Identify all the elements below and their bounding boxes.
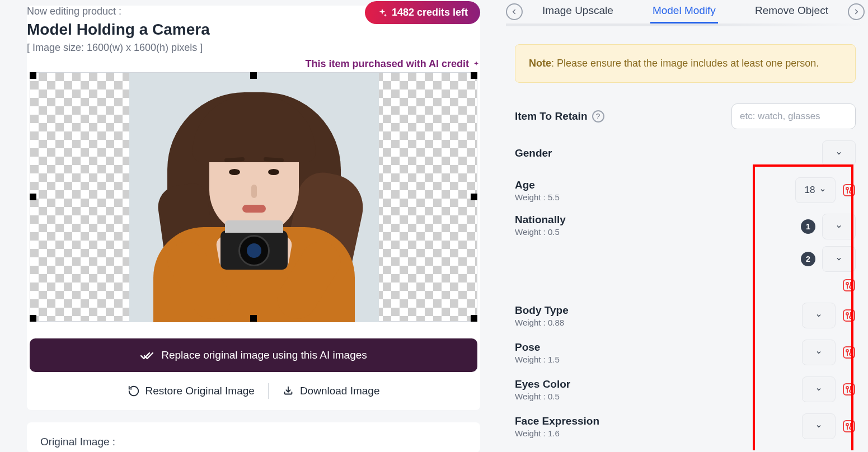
sparkle-icon xyxy=(472,60,480,68)
retain-label: Item To Retain xyxy=(515,110,588,123)
tabs-prev-button[interactable] xyxy=(506,3,523,20)
sliders-icon[interactable] xyxy=(842,420,856,433)
chevron-down-icon xyxy=(836,223,842,230)
svg-point-14 xyxy=(850,316,852,318)
svg-point-29 xyxy=(850,427,852,429)
tabs-next-button[interactable] xyxy=(848,3,865,20)
chevron-down-icon xyxy=(836,256,842,262)
svg-rect-5 xyxy=(843,280,855,291)
arrow-right-icon xyxy=(852,8,860,16)
download-button[interactable]: Download Image xyxy=(282,385,380,397)
tab-remove-object[interactable]: Remove Object xyxy=(753,0,831,23)
now-editing-label: Now editing product : xyxy=(27,6,210,17)
svg-point-17 xyxy=(846,350,848,352)
eyes-weight: Weight : 0.5 xyxy=(515,392,570,401)
gender-label: Gender xyxy=(515,147,552,159)
eyes-label: Eyes Color xyxy=(515,378,570,390)
sliders-icon[interactable] xyxy=(842,383,856,396)
credits-pill[interactable]: 1482 credits left xyxy=(365,1,480,24)
svg-point-9 xyxy=(850,286,852,288)
sliders-icon[interactable] xyxy=(842,346,856,359)
svg-point-12 xyxy=(846,313,848,315)
age-label: Age xyxy=(515,179,560,191)
replace-button[interactable]: Replace original image using this AI ima… xyxy=(30,338,477,372)
body-weight: Weight : 0.88 xyxy=(515,318,569,327)
svg-rect-20 xyxy=(843,384,855,395)
nationality-weight: Weight : 0.5 xyxy=(515,227,566,237)
retain-input[interactable] xyxy=(731,103,856,129)
credits-label: 1482 credits left xyxy=(392,7,468,18)
arrow-left-icon xyxy=(510,8,518,16)
svg-point-2 xyxy=(846,187,848,190)
crop-handle[interactable] xyxy=(471,194,477,200)
eyes-select[interactable] xyxy=(802,376,836,402)
svg-point-7 xyxy=(846,282,848,285)
nationality-select-1[interactable] xyxy=(822,214,856,239)
svg-rect-0 xyxy=(843,185,855,196)
original-image-section: Original Image : xyxy=(27,422,480,452)
svg-point-24 xyxy=(850,390,852,392)
sliders-icon[interactable] xyxy=(842,309,856,322)
crop-handle[interactable] xyxy=(30,315,36,322)
image-canvas[interactable] xyxy=(30,72,477,322)
age-weight: Weight : 5.5 xyxy=(515,192,560,202)
svg-rect-10 xyxy=(843,310,855,321)
chevron-down-icon xyxy=(815,312,822,319)
sliders-icon[interactable] xyxy=(842,183,856,197)
crop-handle[interactable] xyxy=(250,315,257,322)
restore-icon xyxy=(128,385,140,397)
tab-model-modify[interactable]: Model Modify xyxy=(650,0,718,23)
nationality-badge-2: 2 xyxy=(801,252,815,266)
help-icon[interactable]: ? xyxy=(592,110,604,123)
face-weight: Weight : 1.6 xyxy=(515,429,599,438)
chevron-down-icon xyxy=(819,187,826,194)
gender-select[interactable] xyxy=(822,140,856,166)
crop-handle[interactable] xyxy=(30,72,36,79)
restore-button[interactable]: Restore Original Image xyxy=(128,385,255,397)
svg-point-27 xyxy=(846,423,848,426)
purchased-note: This item purchased with AI credit xyxy=(27,58,480,70)
chevron-down-icon xyxy=(815,423,822,430)
svg-point-19 xyxy=(850,353,852,355)
crop-handle[interactable] xyxy=(471,72,477,79)
pose-select[interactable] xyxy=(802,340,836,365)
sliders-icon[interactable] xyxy=(842,279,856,292)
nationality-badge-1: 1 xyxy=(801,219,815,234)
note-box: Note: Please ensure that the image inclu… xyxy=(515,44,856,83)
download-icon xyxy=(282,385,294,397)
body-select[interactable] xyxy=(802,303,836,328)
ai-image xyxy=(129,73,379,322)
svg-point-4 xyxy=(850,191,852,193)
original-image-label: Original Image : xyxy=(40,436,115,448)
tab-image-upscale[interactable]: Image Upscale xyxy=(540,0,616,23)
chevron-down-icon xyxy=(815,386,822,393)
face-label: Face Expression xyxy=(515,415,599,427)
body-label: Body Type xyxy=(515,304,569,317)
pose-weight: Weight : 1.5 xyxy=(515,355,560,364)
svg-rect-15 xyxy=(843,347,855,358)
svg-point-22 xyxy=(846,387,848,389)
nationality-select-2[interactable] xyxy=(822,246,856,272)
chevron-down-icon xyxy=(815,349,822,356)
image-size-label: [ Image size: 1600(w) x 1600(h) pixels ] xyxy=(27,42,210,54)
divider xyxy=(268,383,269,399)
sparkle-icon xyxy=(377,8,387,18)
crop-handle[interactable] xyxy=(30,194,36,200)
chevron-down-icon xyxy=(836,150,842,157)
face-select[interactable] xyxy=(802,413,836,439)
product-name: Model Holding a Camera xyxy=(27,21,210,39)
crop-handle[interactable] xyxy=(250,72,257,79)
pose-label: Pose xyxy=(515,341,560,354)
age-select[interactable]: 18 xyxy=(795,177,836,203)
nationality-label: Nationally xyxy=(515,214,566,226)
double-check-icon xyxy=(140,349,153,362)
crop-handle[interactable] xyxy=(471,315,477,322)
svg-rect-25 xyxy=(843,421,855,432)
